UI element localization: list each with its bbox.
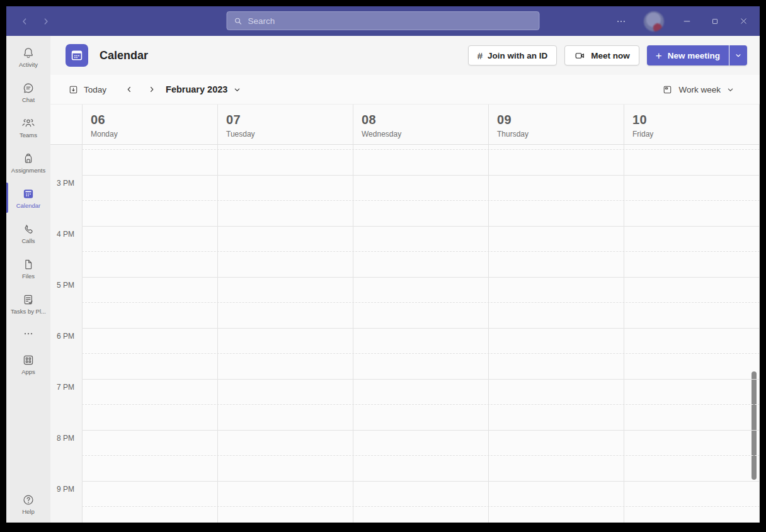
half-hour-line — [82, 302, 760, 303]
calendar-grid[interactable]: 3 PM4 PM5 PM6 PM7 PM8 PM9 PM — [50, 145, 760, 523]
chevron-left-icon — [125, 85, 134, 94]
hour-label: 7 PM — [57, 383, 74, 392]
sidebar-item-teams[interactable]: Teams — [6, 110, 50, 145]
previous-week-button[interactable] — [124, 84, 134, 94]
day-name: Friday — [632, 130, 759, 139]
sidebar-item-activity[interactable]: Activity — [6, 39, 50, 74]
video-camera-icon — [574, 50, 586, 62]
column-divider — [82, 145, 83, 523]
sidebar-item-apps[interactable]: Apps — [6, 346, 50, 382]
half-hour-line — [82, 455, 760, 456]
close-button[interactable] — [738, 16, 749, 27]
day-number: 07 — [226, 113, 353, 127]
sidebar-item-tasks[interactable]: Tasks by Pl... — [6, 286, 50, 321]
sidebar-item-label: Chat — [22, 96, 35, 103]
view-switcher[interactable]: Work week — [662, 84, 735, 95]
search-box[interactable] — [227, 11, 540, 30]
day-header-friday[interactable]: 10Friday — [624, 105, 759, 144]
new-meeting-dropdown-button[interactable] — [729, 45, 747, 65]
sidebar-item-files[interactable]: Files — [6, 251, 50, 286]
sidebar-item-label: Apps — [21, 368, 35, 375]
next-week-button[interactable] — [147, 84, 157, 94]
column-divider — [624, 145, 624, 523]
page-header: Calendar # Join with an ID Meet now + Ne… — [50, 36, 760, 75]
chat-icon — [21, 81, 35, 95]
period-label: February 2023 — [166, 84, 227, 94]
history-forward-button[interactable] — [40, 16, 52, 27]
hour-label: 5 PM — [57, 281, 74, 290]
day-number: 09 — [497, 113, 624, 127]
ellipsis-icon — [615, 16, 627, 27]
day-name: Tuesday — [226, 130, 353, 139]
history-back-button[interactable] — [19, 16, 30, 27]
meet-now-button[interactable]: Meet now — [564, 45, 639, 65]
teams-app-window: ActivityChatTeamsAssignmentsCalendarCall… — [6, 6, 760, 523]
sidebar-item-calls[interactable]: Calls — [6, 215, 50, 251]
sidebar-item-label: Activity — [19, 61, 38, 68]
hour-line — [82, 430, 760, 431]
day-header-monday[interactable]: 06Monday — [82, 105, 217, 144]
half-hour-line — [82, 506, 760, 507]
calendar-icon — [21, 187, 35, 201]
close-icon — [739, 16, 748, 26]
column-divider — [759, 105, 760, 144]
day-name: Thursday — [497, 130, 624, 139]
vertical-scrollbar[interactable] — [752, 371, 757, 480]
calendar-app-icon — [66, 44, 88, 67]
calendar-glyph-icon — [69, 48, 84, 63]
today-button[interactable]: Today — [68, 84, 106, 95]
tasks-icon — [21, 293, 35, 307]
chevron-left-icon — [20, 16, 30, 26]
sidebar-item-label: Assignments — [11, 167, 45, 174]
day-number: 10 — [632, 113, 759, 127]
sidebar-item-calendar[interactable]: Calendar — [6, 180, 50, 215]
teams-icon — [21, 116, 35, 130]
sidebar-item-label: Teams — [20, 132, 37, 139]
column-divider — [488, 145, 489, 523]
day-name: Wednesday — [362, 130, 488, 139]
app-sidebar: ActivityChatTeamsAssignmentsCalendarCall… — [6, 36, 50, 523]
minimize-icon — [682, 16, 692, 26]
hour-line — [82, 277, 760, 278]
join-with-id-button[interactable]: # Join with an ID — [468, 45, 557, 65]
chevron-right-icon — [41, 16, 51, 26]
more-options-button[interactable] — [615, 16, 627, 27]
sidebar-item-chat[interactable]: Chat — [6, 74, 50, 110]
day-header-tuesday[interactable]: 07Tuesday — [217, 105, 353, 144]
calendar-today-icon — [68, 84, 79, 95]
calendar-page: Calendar # Join with an ID Meet now + Ne… — [50, 36, 760, 523]
sidebar-item-assignments[interactable]: Assignments — [6, 145, 50, 180]
hour-label: 3 PM — [57, 179, 74, 188]
plus-icon: + — [656, 50, 662, 61]
sidebar-item-label: Help — [22, 508, 35, 515]
date-range-picker[interactable]: February 2023 — [166, 84, 241, 94]
backpack-icon — [21, 152, 35, 166]
page-title: Calendar — [100, 49, 148, 62]
maximize-icon — [711, 17, 719, 26]
apps-grid-icon — [21, 353, 35, 367]
active-indicator — [6, 183, 8, 213]
day-header-wednesday[interactable]: 08Wednesday — [353, 105, 488, 144]
chevron-down-icon — [735, 52, 742, 59]
day-name: Monday — [91, 130, 217, 139]
half-hour-line — [82, 200, 760, 201]
search-icon — [234, 16, 243, 26]
maximize-button[interactable] — [709, 16, 721, 27]
minimize-button[interactable] — [681, 16, 692, 27]
ellipsis-icon — [22, 327, 35, 340]
sidebar-more-button[interactable] — [6, 321, 50, 346]
avatar[interactable] — [644, 11, 664, 31]
new-meeting-button[interactable]: + New meeting — [647, 45, 729, 65]
sidebar-item-help[interactable]: Help — [6, 486, 50, 521]
sidebar-item-label: Files — [22, 273, 35, 280]
half-hour-line — [82, 251, 760, 252]
hour-line — [82, 328, 760, 329]
hour-label: 8 PM — [57, 434, 74, 443]
half-hour-line — [82, 353, 760, 354]
search-input[interactable] — [248, 16, 533, 26]
titlebar — [6, 6, 760, 36]
day-number: 08 — [362, 113, 488, 127]
day-header-thursday[interactable]: 09Thursday — [488, 105, 624, 144]
hour-line — [82, 226, 760, 227]
half-hour-line — [82, 149, 760, 150]
